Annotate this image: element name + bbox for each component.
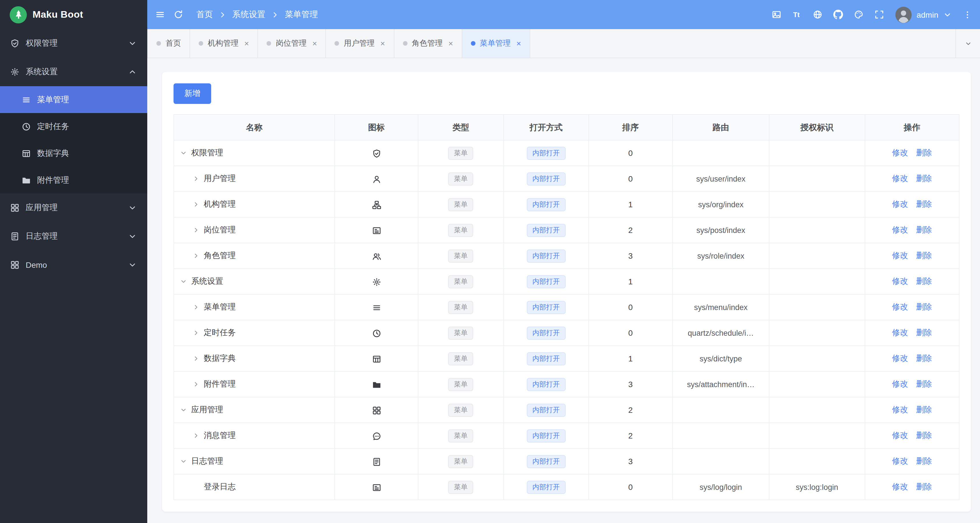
kebab-menu-icon[interactable] — [963, 10, 972, 19]
column-header[interactable]: 名称 — [174, 115, 335, 140]
tab-label: 机构管理 — [208, 38, 239, 49]
add-button[interactable]: 新增 — [173, 83, 211, 104]
sidebar-item[interactable]: 日志管理 — [0, 222, 147, 250]
fullscreen-icon[interactable] — [874, 10, 884, 19]
sort-value: 0 — [589, 320, 672, 346]
delete-link[interactable]: 删除 — [916, 276, 932, 285]
edit-link[interactable]: 修改 — [892, 250, 908, 260]
chevron-right-icon[interactable] — [192, 380, 200, 389]
type-tag: 菜单 — [448, 403, 473, 416]
hamburger-icon[interactable] — [155, 10, 165, 19]
delete-link[interactable]: 删除 — [916, 250, 932, 260]
delete-link[interactable]: 删除 — [916, 353, 932, 362]
sidebar-subitem[interactable]: 附件管理 — [0, 167, 147, 193]
edit-link[interactable]: 修改 — [892, 456, 908, 465]
edit-link[interactable]: 修改 — [892, 482, 908, 491]
chevron-right-icon[interactable] — [192, 174, 200, 183]
delete-link[interactable]: 删除 — [916, 174, 932, 183]
sidebar-submenu: 菜单管理定时任务数据字典附件管理 — [0, 86, 147, 193]
delete-link[interactable]: 删除 — [916, 148, 932, 157]
tab-item[interactable]: 岗位管理× — [258, 29, 326, 58]
edit-link[interactable]: 修改 — [892, 225, 908, 234]
breadcrumb-item[interactable]: 首页 — [196, 9, 213, 20]
chevron-down-icon[interactable] — [180, 148, 187, 158]
column-header[interactable]: 操作 — [865, 115, 959, 140]
chevron-right-icon[interactable] — [192, 303, 200, 312]
tabs-dropdown[interactable] — [955, 29, 980, 58]
tab-item[interactable]: 角色管理× — [394, 29, 462, 58]
edit-link[interactable]: 修改 — [892, 148, 908, 157]
screenshot-icon[interactable] — [772, 10, 781, 19]
sidebar-item-label: 日志管理 — [26, 231, 58, 241]
chevron-right-icon[interactable] — [192, 200, 200, 209]
column-header[interactable]: 排序 — [589, 115, 672, 140]
delete-link[interactable]: 删除 — [916, 482, 932, 491]
tab-item[interactable]: 菜单管理× — [462, 29, 530, 58]
tab-item[interactable]: 机构管理× — [190, 29, 258, 58]
sidebar-item[interactable]: 权限管理 — [0, 29, 147, 58]
chevron-down-icon[interactable] — [180, 277, 187, 286]
tab-close-icon[interactable]: × — [244, 40, 249, 47]
table-row: 机构管理菜单内部打开1sys/org/index修改删除 — [174, 191, 959, 217]
edit-link[interactable]: 修改 — [892, 174, 908, 183]
chevron-right-icon[interactable] — [192, 251, 200, 260]
sidebar-item[interactable]: Demo — [0, 250, 147, 279]
edit-link[interactable]: 修改 — [892, 276, 908, 285]
delete-link[interactable]: 删除 — [916, 405, 932, 414]
column-header[interactable]: 类型 — [418, 115, 504, 140]
edit-link[interactable]: 修改 — [892, 302, 908, 311]
sidebar-item[interactable]: 应用管理 — [0, 193, 147, 222]
breadcrumb-item[interactable]: 系统设置 — [232, 9, 266, 20]
chevron-right-icon[interactable] — [192, 225, 200, 234]
sidebar-subitem-label: 数据字典 — [37, 148, 69, 158]
sidebar-subitem[interactable]: 数据字典 — [0, 140, 147, 167]
tab-close-icon[interactable]: × — [517, 40, 521, 47]
org-icon — [372, 200, 381, 209]
delete-link[interactable]: 删除 — [916, 199, 932, 209]
chevron-down-icon[interactable] — [180, 457, 187, 466]
delete-link[interactable]: 删除 — [916, 302, 932, 311]
user-menu[interactable]: admin — [895, 6, 952, 23]
column-header[interactable]: 授权标识 — [769, 115, 865, 140]
theme-icon[interactable] — [854, 10, 864, 19]
menu-name: 角色管理 — [204, 250, 236, 261]
chevron-right-icon[interactable] — [192, 431, 200, 440]
delete-link[interactable]: 删除 — [916, 456, 932, 465]
delete-link[interactable]: 删除 — [916, 225, 932, 234]
chevron-right-icon[interactable] — [192, 354, 200, 363]
open-type-tag: 内部打开 — [527, 172, 565, 185]
column-header[interactable]: 打开方式 — [504, 115, 589, 140]
tab-close-icon[interactable]: × — [448, 40, 453, 47]
delete-link[interactable]: 删除 — [916, 379, 932, 388]
edit-link[interactable]: 修改 — [892, 199, 908, 209]
menu-name: 附件管理 — [204, 379, 236, 389]
sidebar-item[interactable]: 系统设置 — [0, 58, 147, 86]
edit-link[interactable]: 修改 — [892, 405, 908, 414]
edit-link[interactable]: 修改 — [892, 328, 908, 337]
column-header[interactable]: 路由 — [672, 115, 769, 140]
github-icon[interactable] — [833, 10, 843, 19]
globe-icon[interactable] — [813, 10, 822, 19]
sidebar-subitem[interactable]: 菜单管理 — [0, 86, 147, 113]
breadcrumb-item[interactable]: 菜单管理 — [285, 9, 318, 20]
content-card: 新增 名称图标类型打开方式排序路由授权标识操作 权限管理菜单内部打开0修改删除用… — [162, 72, 971, 512]
tab-item[interactable]: 用户管理× — [326, 29, 394, 58]
menu-lines-icon — [22, 95, 31, 104]
tab-close-icon[interactable]: × — [312, 40, 317, 47]
edit-link[interactable]: 修改 — [892, 353, 908, 362]
chevron-down-icon[interactable] — [180, 405, 187, 415]
column-header[interactable]: 图标 — [335, 115, 418, 140]
delete-link[interactable]: 删除 — [916, 328, 932, 337]
tab-item[interactable]: 首页 — [147, 29, 190, 58]
refresh-icon[interactable] — [173, 10, 183, 19]
font-size-icon[interactable]: Tt — [792, 10, 802, 19]
chevron-right-icon[interactable] — [192, 328, 200, 337]
delete-link[interactable]: 删除 — [916, 431, 932, 440]
edit-link[interactable]: 修改 — [892, 431, 908, 440]
edit-link[interactable]: 修改 — [892, 379, 908, 388]
tab-close-icon[interactable]: × — [380, 40, 385, 47]
badge-icon — [372, 483, 381, 492]
sidebar-subitem[interactable]: 定时任务 — [0, 113, 147, 140]
route-value — [672, 423, 769, 448]
app-logo[interactable]: Maku Boot — [0, 0, 147, 29]
